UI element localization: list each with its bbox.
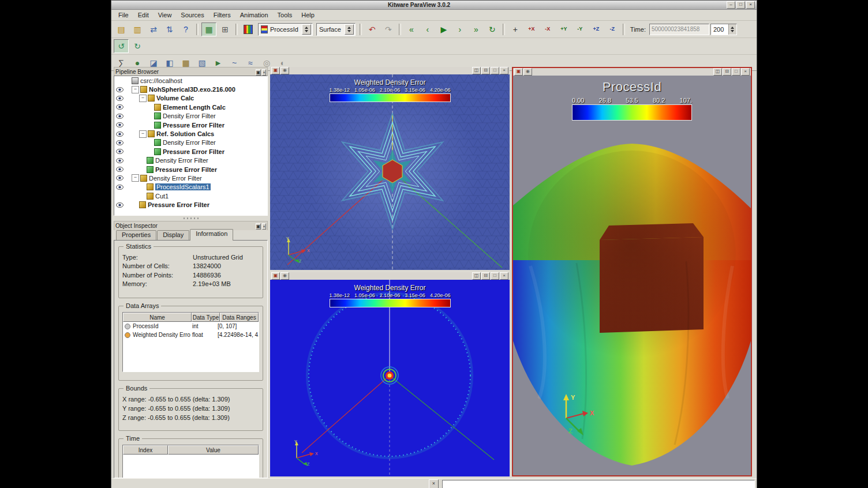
menu-item-help[interactable]: Help xyxy=(297,10,319,20)
render-view-top[interactable]: ▣◉◫⊟□× xyxy=(270,67,510,270)
pipeline-item[interactable]: Pressure Error Filter xyxy=(114,165,267,174)
spinner-arrows-icon[interactable] xyxy=(302,24,311,35)
column-header[interactable]: Data Ranges xyxy=(220,313,259,322)
split-vertical-button[interactable]: ⊟ xyxy=(723,68,731,76)
panel-splitter[interactable] xyxy=(114,216,268,221)
eye-icon[interactable] xyxy=(115,149,124,154)
pipeline-tree[interactable]: csrc://localhost−NohSpherical3D.exo.216.… xyxy=(114,76,268,216)
tab-properties[interactable]: Properties xyxy=(116,230,156,241)
minimize-button[interactable]: – xyxy=(727,1,735,9)
last-frame-button[interactable]: » xyxy=(469,22,484,36)
undo-button[interactable]: ↶ xyxy=(365,22,380,36)
previous-frame-button[interactable]: ‹ xyxy=(420,22,435,36)
color-legend-top[interactable]: Weighted Density Error 1.38e-121.05e-062… xyxy=(330,78,451,102)
expander-icon[interactable]: − xyxy=(139,130,147,138)
close-view-button[interactable]: × xyxy=(500,67,508,74)
pipeline-item[interactable]: Density Error Filter xyxy=(114,138,267,147)
abort-button[interactable]: × xyxy=(429,479,439,488)
color-legend-bottom[interactable]: Weighted Density Error 1.38e-121.05e-062… xyxy=(330,284,451,307)
loop-button[interactable]: ↻ xyxy=(485,22,500,36)
pipeline-browser-header[interactable]: Pipeline Browser ▣× xyxy=(114,67,268,76)
color-by-combo[interactable]: ProcessId xyxy=(258,23,313,36)
tab-display[interactable]: Display xyxy=(157,230,189,241)
pipeline-item[interactable]: −Volume Calc xyxy=(114,94,267,103)
help-button[interactable]: ? xyxy=(178,22,193,36)
expander-icon[interactable]: − xyxy=(132,174,139,182)
render-view-right[interactable]: ▣◉◫⊟□× xyxy=(512,67,752,476)
set-view-minus-z-button[interactable]: -Z xyxy=(605,22,620,36)
render-canvas-bottom[interactable]: Weighted Density Error 1.38e-121.05e-062… xyxy=(270,280,510,476)
eye-icon[interactable] xyxy=(115,167,124,172)
spinner-arrows-icon[interactable] xyxy=(345,24,354,35)
menu-item-filters[interactable]: Filters xyxy=(209,10,235,20)
render-canvas-right[interactable]: ProcessId 0.0026.853.580.2107. Y X Z xyxy=(513,76,751,475)
maximize-button[interactable]: □ xyxy=(736,1,745,9)
eye-icon[interactable] xyxy=(115,132,124,137)
column-header[interactable]: Data Type xyxy=(192,313,220,322)
camera-button[interactable]: ◉ xyxy=(523,68,532,76)
pipeline-item[interactable]: Density Error Filter xyxy=(114,156,267,165)
pipeline-item[interactable]: Pressure Error Filter xyxy=(114,200,267,209)
menu-item-animation[interactable]: Animation xyxy=(235,10,273,20)
data-array-row[interactable]: Weighted Density Errorfloat[4.22498e-14,… xyxy=(123,331,259,339)
maximize-view-button[interactable]: □ xyxy=(732,68,740,76)
eye-icon[interactable] xyxy=(115,122,124,127)
maximize-view-button[interactable]: □ xyxy=(491,272,499,280)
close-panel-button[interactable]: × xyxy=(262,223,266,230)
set-view-plus-x-button[interactable]: +X xyxy=(524,22,539,36)
pipeline-item[interactable]: Pressure Error Filter xyxy=(114,121,267,129)
split-horizontal-button[interactable]: ◫ xyxy=(713,68,722,76)
pipeline-item[interactable]: csrc://localhost xyxy=(114,76,267,85)
split-horizontal-button[interactable]: ◫ xyxy=(472,272,481,280)
connect-server-button[interactable]: ⇄ xyxy=(146,22,161,36)
menu-item-view[interactable]: View xyxy=(154,10,177,20)
eye-icon[interactable] xyxy=(115,140,124,145)
play-button[interactable]: ▶ xyxy=(436,22,451,36)
split-vertical-button[interactable]: ⊟ xyxy=(481,272,490,280)
reset-camera-button[interactable]: + xyxy=(508,22,523,36)
eye-icon[interactable] xyxy=(115,202,124,208)
camera-redo-button[interactable]: ↻ xyxy=(130,39,145,53)
eye-icon[interactable] xyxy=(115,185,124,190)
representation-combo[interactable]: Surface xyxy=(316,23,356,36)
camera-button[interactable]: ◉ xyxy=(280,272,289,280)
eye-icon[interactable] xyxy=(115,114,124,119)
menu-item-edit[interactable]: Edit xyxy=(133,10,154,20)
column-header[interactable]: Index xyxy=(123,445,168,455)
pipeline-item[interactable]: −Density Error Filter xyxy=(114,174,267,182)
eye-icon[interactable] xyxy=(115,87,124,92)
render-view-bottom[interactable]: ▣◉◫⊟□× Weighted Density Error 1.38e-121.… xyxy=(270,272,510,476)
close-view-button[interactable]: × xyxy=(741,68,750,76)
camera-button[interactable]: ◉ xyxy=(280,67,289,74)
time-value-field[interactable]: 500000023841858 xyxy=(649,24,709,35)
menu-item-file[interactable]: File xyxy=(114,10,133,20)
set-view-minus-y-button[interactable]: -Y xyxy=(573,22,588,36)
undock-panel-button[interactable]: ▣ xyxy=(256,69,261,76)
first-frame-button[interactable]: « xyxy=(404,22,419,36)
pipeline-item[interactable]: Element Length Calc xyxy=(114,103,267,111)
expander-icon[interactable]: − xyxy=(139,95,147,102)
data-array-row[interactable]: ProcessIdint[0, 107] xyxy=(123,322,259,331)
pipeline-item[interactable]: Cut1 xyxy=(114,192,267,200)
set-view-minus-x-button[interactable]: -X xyxy=(540,22,555,36)
color-legend-right[interactable]: ProcessId 0.0026.853.580.2107. xyxy=(572,80,692,121)
pipeline-item[interactable]: −NohSpherical3D.exo.216.000 xyxy=(114,85,267,93)
pipeline-item[interactable]: −Ref. Solution Calcs xyxy=(114,129,267,138)
maximize-view-button[interactable]: □ xyxy=(491,67,499,74)
column-header[interactable]: Name xyxy=(123,313,192,322)
edit-view-options-button[interactable]: ▣ xyxy=(271,272,280,280)
set-view-plus-z-button[interactable]: +Z xyxy=(589,22,604,36)
spinner-arrows-icon[interactable] xyxy=(728,24,736,35)
pipeline-item[interactable]: Density Error Filter xyxy=(114,112,267,121)
pipeline-item[interactable]: ProcessIdScalars1 xyxy=(114,183,267,192)
eye-icon[interactable] xyxy=(115,96,124,101)
edit-view-options-button[interactable]: ▣ xyxy=(514,68,523,76)
menu-item-tools[interactable]: Tools xyxy=(273,10,297,20)
edit-view-options-button[interactable]: ▣ xyxy=(271,67,280,74)
title-bar[interactable]: Kitware ParaView 3.0.2 – □ × xyxy=(111,1,757,10)
split-horizontal-button[interactable]: ◫ xyxy=(472,67,481,74)
camera-undo-button[interactable]: ↺ xyxy=(114,39,129,53)
open-file-button[interactable]: ▤ xyxy=(114,22,129,36)
close-button[interactable]: × xyxy=(746,1,755,9)
tab-information[interactable]: Information xyxy=(190,229,233,241)
